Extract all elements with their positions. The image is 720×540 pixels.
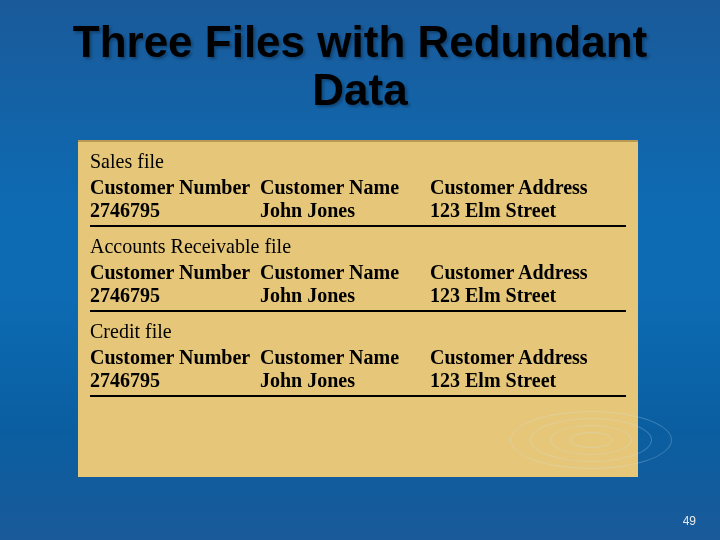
record-credit: Credit file Customer Number 2746795 Cust… bbox=[78, 312, 638, 397]
record-row: Customer Number 2746795 Customer Name Jo… bbox=[90, 345, 626, 397]
col-label: Customer Address bbox=[430, 176, 588, 198]
col-value: John Jones bbox=[260, 284, 355, 306]
col-value: John Jones bbox=[260, 369, 355, 391]
page-number: 49 bbox=[683, 514, 696, 528]
col-customer-name: Customer Name John Jones bbox=[260, 261, 430, 307]
file-title: Sales file bbox=[90, 148, 626, 175]
file-title: Credit file bbox=[90, 318, 626, 345]
col-value: 123 Elm Street bbox=[430, 284, 556, 306]
col-label: Customer Number bbox=[90, 261, 250, 283]
col-value: 2746795 bbox=[90, 284, 160, 306]
col-customer-number: Customer Number 2746795 bbox=[90, 261, 260, 307]
col-value: 2746795 bbox=[90, 369, 160, 391]
record-row: Customer Number 2746795 Customer Name Jo… bbox=[90, 260, 626, 312]
col-customer-name: Customer Name John Jones bbox=[260, 176, 430, 222]
col-customer-number: Customer Number 2746795 bbox=[90, 346, 260, 392]
record-row: Customer Number 2746795 Customer Name Jo… bbox=[90, 175, 626, 227]
col-label: Customer Name bbox=[260, 261, 399, 283]
col-customer-address: Customer Address 123 Elm Street bbox=[430, 346, 626, 392]
col-customer-address: Customer Address 123 Elm Street bbox=[430, 176, 626, 222]
col-customer-number: Customer Number 2746795 bbox=[90, 176, 260, 222]
col-value: John Jones bbox=[260, 199, 355, 221]
col-value: 2746795 bbox=[90, 199, 160, 221]
slide: Three Files with Redundant Data Sales fi… bbox=[0, 0, 720, 540]
col-customer-name: Customer Name John Jones bbox=[260, 346, 430, 392]
record-sales: Sales file Customer Number 2746795 Custo… bbox=[78, 142, 638, 227]
col-customer-address: Customer Address 123 Elm Street bbox=[430, 261, 626, 307]
content-box: Sales file Customer Number 2746795 Custo… bbox=[78, 140, 638, 477]
record-accounts-receivable: Accounts Receivable file Customer Number… bbox=[78, 227, 638, 312]
col-label: Customer Number bbox=[90, 346, 250, 368]
col-label: Customer Name bbox=[260, 176, 399, 198]
col-value: 123 Elm Street bbox=[430, 369, 556, 391]
col-label: Customer Address bbox=[430, 346, 588, 368]
col-label: Customer Name bbox=[260, 346, 399, 368]
col-value: 123 Elm Street bbox=[430, 199, 556, 221]
file-title: Accounts Receivable file bbox=[90, 233, 626, 260]
col-label: Customer Address bbox=[430, 261, 588, 283]
col-label: Customer Number bbox=[90, 176, 250, 198]
slide-title: Three Files with Redundant Data bbox=[0, 0, 720, 125]
